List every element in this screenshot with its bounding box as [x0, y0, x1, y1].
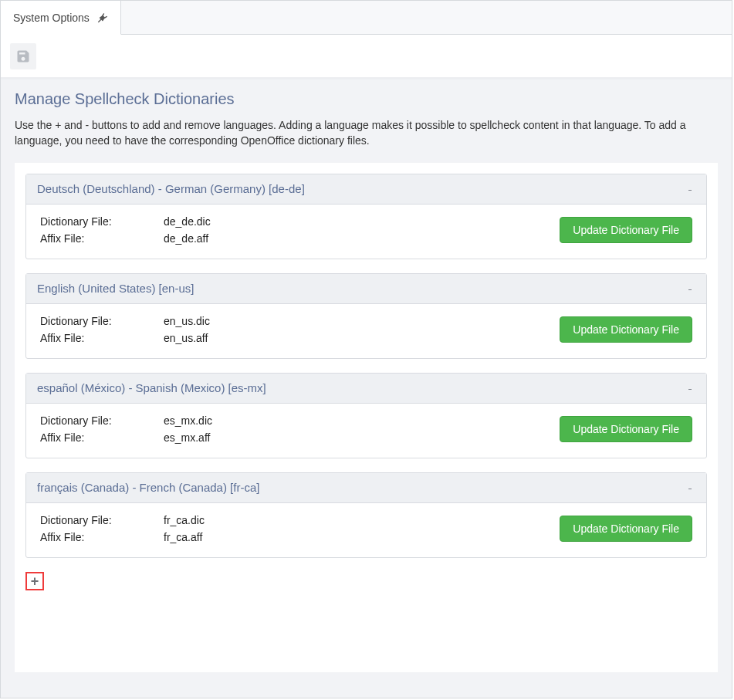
- tab-label: System Options: [13, 12, 90, 24]
- panel-body: Dictionary File: fr_ca.dic Affix File: f…: [26, 503, 706, 557]
- save-icon: [15, 49, 31, 64]
- collapse-icon[interactable]: [685, 381, 695, 395]
- svg-rect-2: [688, 389, 692, 390]
- panel-body: Dictionary File: en_us.dic Affix File: e…: [26, 304, 706, 358]
- panel-title: English (United States) [en-us]: [37, 282, 194, 295]
- affix-file-value: de_de.aff: [164, 232, 560, 245]
- file-info: Dictionary File: es_mx.dic Affix File: e…: [40, 414, 560, 444]
- file-info: Dictionary File: fr_ca.dic Affix File: f…: [40, 514, 560, 543]
- affix-file-label: Affix File:: [40, 431, 164, 444]
- file-info: Dictionary File: en_us.dic Affix File: e…: [40, 315, 560, 344]
- panel-header[interactable]: français (Canada) - French (Canada) [fr-…: [26, 473, 706, 503]
- svg-rect-3: [688, 489, 692, 489]
- affix-file-label: Affix File:: [40, 531, 164, 543]
- svg-rect-1: [688, 289, 692, 290]
- update-dictionary-button[interactable]: Update Dictionary File: [560, 316, 692, 343]
- save-button[interactable]: [10, 43, 36, 69]
- panel-body: Dictionary File: de_de.dic Affix File: d…: [26, 205, 706, 259]
- language-panel-de: Deutsch (Deutschland) - German (Germany)…: [25, 174, 707, 259]
- language-panel-fr: français (Canada) - French (Canada) [fr-…: [25, 472, 707, 558]
- affix-file-label: Affix File:: [40, 332, 164, 344]
- page-title: Manage Spellcheck Dictionaries: [15, 90, 718, 108]
- panel-header[interactable]: Deutsch (Deutschland) - German (Germany)…: [26, 174, 706, 205]
- page-description: Use the + and - buttons to add and remov…: [15, 117, 718, 149]
- content-area: Manage Spellcheck Dictionaries Use the +…: [1, 79, 732, 698]
- dict-file-label: Dictionary File:: [40, 514, 164, 526]
- collapse-icon[interactable]: [685, 481, 695, 495]
- dict-file-label: Dictionary File:: [40, 315, 164, 327]
- language-panel-en: English (United States) [en-us] Dictiona…: [25, 273, 707, 359]
- panel-body: Dictionary File: es_mx.dic Affix File: e…: [26, 404, 706, 458]
- tab-bar: System Options: [1, 1, 732, 35]
- update-dictionary-button[interactable]: Update Dictionary File: [560, 416, 692, 442]
- update-dictionary-button[interactable]: Update Dictionary File: [560, 516, 692, 542]
- svg-rect-0: [688, 190, 692, 191]
- languages-container: Deutsch (Deutschland) - German (Germany)…: [15, 163, 718, 672]
- panel-title: español (México) - Spanish (Mexico) [es-…: [37, 381, 266, 394]
- file-info: Dictionary File: de_de.dic Affix File: d…: [40, 215, 560, 245]
- affix-file-label: Affix File:: [40, 232, 164, 245]
- affix-file-value: fr_ca.aff: [164, 531, 560, 543]
- panel-title: Deutsch (Deutschland) - German (Germany)…: [37, 182, 305, 195]
- tab-system-options[interactable]: System Options: [1, 1, 121, 35]
- dict-file-value: es_mx.dic: [164, 414, 560, 427]
- dict-file-value: de_de.dic: [164, 215, 560, 228]
- panel-title: français (Canada) - French (Canada) [fr-…: [37, 481, 259, 494]
- app-window: System Options Manage Spellcheck Diction…: [0, 0, 732, 698]
- toolbar: [1, 35, 732, 79]
- dict-file-value: fr_ca.dic: [164, 514, 560, 526]
- plus-icon: +: [31, 574, 39, 588]
- dict-file-value: en_us.dic: [164, 315, 560, 327]
- dict-file-label: Dictionary File:: [40, 215, 164, 228]
- update-dictionary-button[interactable]: Update Dictionary File: [560, 217, 692, 243]
- language-panel-es: español (México) - Spanish (Mexico) [es-…: [25, 373, 707, 458]
- add-language-button[interactable]: +: [25, 572, 44, 590]
- panel-header[interactable]: español (México) - Spanish (Mexico) [es-…: [26, 374, 706, 404]
- affix-file-value: en_us.aff: [164, 332, 560, 344]
- collapse-icon[interactable]: [685, 282, 695, 296]
- pin-icon[interactable]: [97, 12, 108, 23]
- dict-file-label: Dictionary File:: [40, 414, 164, 427]
- collapse-icon[interactable]: [685, 182, 695, 196]
- affix-file-value: es_mx.aff: [164, 431, 560, 444]
- panel-header[interactable]: English (United States) [en-us]: [26, 274, 706, 304]
